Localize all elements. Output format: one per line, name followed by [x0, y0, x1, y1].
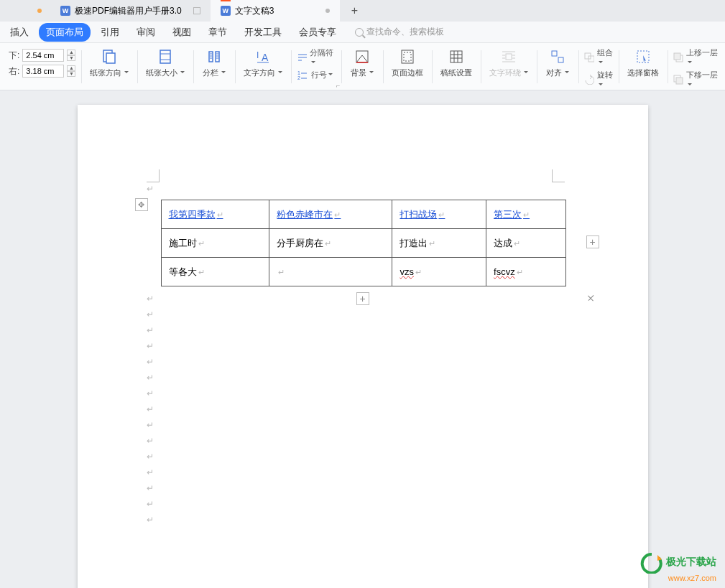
backward-icon — [673, 75, 683, 85]
logo-icon — [639, 552, 664, 574]
paper-size-button[interactable]: 纸张大小 — [143, 46, 188, 80]
new-tab-button[interactable]: + — [344, 1, 364, 21]
table-cell[interactable]: 第三次↵ — [486, 200, 565, 229]
paragraph-mark: ↵ — [147, 436, 579, 452]
svg-text:1: 1 — [297, 70, 300, 75]
table-cell[interactable]: 粉色赤峰市在↵ — [269, 200, 392, 229]
ribbon: 下: ▲▼ 右: ▲▼ 纸张方向 纸张大小 分栏 IA — [0, 43, 725, 90]
margins-group: 下: ▲▼ 右: ▲▼ — [3, 46, 81, 89]
selection-pane-button[interactable]: 选择窗格 — [624, 46, 662, 80]
orientation-button[interactable]: 纸张方向 — [87, 46, 131, 80]
tab-label: 文字文稿3 — [235, 5, 274, 17]
table-cell[interactable]: 等各大↵ — [161, 258, 269, 286]
add-column-button[interactable]: + — [586, 235, 599, 248]
align-button[interactable]: 对齐 — [542, 46, 573, 80]
search-placeholder: 查找命令、搜索模板 — [366, 26, 444, 38]
paragraph-mark: ↵ — [147, 357, 579, 373]
tabs-bar: W 极速PDF编辑器用户手册3.0 W 文字文稿3 + — [0, 0, 725, 22]
menu-chapter[interactable]: 章节 — [201, 23, 234, 42]
menu-references[interactable]: 引用 — [93, 23, 126, 42]
table-cell[interactable]: 打造出↵ — [392, 229, 486, 258]
table-cell[interactable]: 打扫战场↵ — [392, 200, 486, 229]
table-wrapper: 我第四季款↵ 粉色赤峰市在↵ 打扫战场↵ 第三次↵ 施工时↵ 分手厨房在↵ 打造… — [161, 200, 579, 286]
paragraph-mark: ↵ — [147, 341, 579, 357]
add-row-button[interactable]: + — [356, 292, 369, 305]
menu-review[interactable]: 审阅 — [129, 23, 162, 42]
restore-icon[interactable] — [193, 7, 200, 14]
doc-icon: W — [221, 6, 231, 16]
background-button[interactable]: 背景 — [347, 46, 377, 80]
menu-vip[interactable]: 会员专享 — [292, 23, 343, 42]
watermark-title: 极光下载站 — [666, 556, 716, 567]
tab-text-doc3[interactable]: W 文字文稿3 — [211, 0, 341, 22]
group-button: 组合 — [584, 47, 616, 67]
separator-icon — [297, 52, 307, 62]
paragraph-mark: ↵ — [147, 309, 579, 325]
table-cell[interactable]: 施工时↵ — [161, 229, 269, 258]
command-search[interactable]: 查找命令、搜索模板 — [355, 26, 444, 38]
bring-forward-button: 上移一层 — [673, 47, 719, 67]
table-move-handle[interactable]: ✥ — [135, 198, 148, 211]
margin-corner-tr — [552, 169, 565, 182]
unsaved-dot-icon — [37, 9, 42, 13]
spinner[interactable]: ▲▼ — [67, 50, 75, 61]
paragraph-mark: ↵ — [147, 420, 579, 436]
paragraph-mark: ↵ — [147, 483, 579, 499]
paragraph-mark: ↵ — [147, 373, 579, 388]
paragraph-mark: ↵ — [147, 467, 579, 483]
page-border-icon — [398, 47, 417, 66]
text-direction-button[interactable]: IA 文字方向 — [241, 46, 285, 80]
table-cell[interactable]: 分手厨房在↵ — [269, 229, 392, 258]
table-cell[interactable]: fscvz↵ — [486, 258, 565, 286]
svg-rect-12 — [552, 51, 557, 56]
menu-view[interactable]: 视图 — [165, 23, 198, 42]
svg-text:2: 2 — [297, 75, 300, 80]
watermark-url: www.xz7.com — [668, 574, 716, 582]
paragraph-mark: ↵ — [147, 515, 579, 531]
svg-rect-18 — [674, 53, 680, 60]
text-direction-icon: IA — [254, 47, 272, 66]
active-indicator — [221, 0, 231, 1]
svg-rect-10 — [451, 51, 462, 62]
table-cell[interactable]: ↵ — [269, 258, 392, 286]
group-icon — [584, 52, 594, 62]
page[interactable]: ✥ ↵ 我第四季款↵ 粉色赤峰市在↵ 打扫战场↵ 第三次↵ 施工时↵ 分手厨房在… — [78, 105, 648, 588]
tab-pdf-manual[interactable]: W 极速PDF编辑器用户手册3.0 — [50, 0, 211, 22]
document-table[interactable]: 我第四季款↵ 粉色赤峰市在↵ 打扫战场↵ 第三次↵ 施工时↵ 分手厨房在↵ 打造… — [161, 200, 566, 286]
table-cell[interactable]: vzs↵ — [392, 258, 486, 286]
paragraph-mark: ↵ — [147, 325, 579, 341]
separator-button[interactable]: 分隔符 — [297, 47, 336, 67]
menu-layout[interactable]: 页面布局 — [39, 23, 91, 42]
background-icon — [353, 47, 371, 66]
spinner[interactable]: ▲▼ — [67, 65, 75, 77]
page-border-button[interactable]: 页面边框 — [389, 46, 426, 80]
forward-icon — [673, 52, 683, 62]
table-cell[interactable]: 我第四季款↵ — [161, 200, 269, 229]
send-backward-button: 下移一层 — [673, 70, 719, 89]
document-area[interactable]: ✥ ↵ 我第四季款↵ 粉色赤峰市在↵ 打扫战场↵ 第三次↵ 施工时↵ 分手厨房在… — [0, 90, 725, 588]
table-resize-handle[interactable] — [585, 292, 596, 304]
svg-rect-11 — [506, 54, 512, 60]
svg-rect-20 — [676, 78, 683, 84]
dialog-launcher[interactable]: ⌐ — [336, 82, 340, 89]
columns-button[interactable]: 分栏 — [199, 46, 229, 80]
modified-dot-icon — [325, 9, 330, 13]
menu-devtools[interactable]: 开发工具 — [237, 23, 289, 42]
margin-right-input[interactable] — [22, 65, 64, 78]
svg-rect-2 — [160, 50, 170, 63]
margin-bottom-input[interactable] — [22, 49, 64, 62]
plus-icon: + — [351, 4, 358, 17]
menu-insert[interactable]: 插入 — [3, 23, 36, 42]
tab-label: 极速PDF编辑器用户手册3.0 — [75, 5, 182, 17]
gaozhi-icon — [447, 47, 466, 66]
watermark-logo: 极光下载站 www.xz7.com — [639, 552, 716, 582]
table-row: 等各大↵ ↵ vzs↵ fscvz↵ — [161, 258, 565, 286]
paragraph-mark: ↵ — [147, 452, 579, 467]
margin-corner-tl — [147, 169, 160, 182]
table-cell[interactable]: 达成↵ — [486, 229, 565, 258]
line-number-button[interactable]: 12行号 — [297, 70, 336, 80]
text-wrap-button: 文字环绕 — [486, 46, 531, 80]
margin-bottom-label: 下: — [9, 50, 19, 62]
gaozhi-button[interactable]: 稿纸设置 — [438, 46, 475, 80]
doc-icon: W — [60, 6, 70, 16]
